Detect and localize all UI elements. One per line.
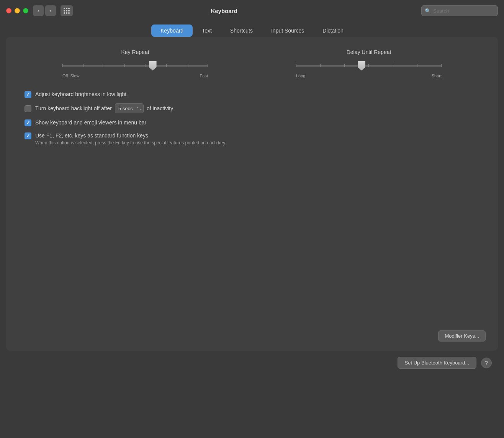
delay-repeat-short-label: Short — [432, 74, 442, 78]
delay-repeat-track-container[interactable] — [296, 60, 442, 71]
checkbox-backlight-wrapper: Turn keyboard backlight off after 5 secs… — [25, 103, 486, 113]
search-icon: 🔍 — [425, 8, 431, 14]
checkbox-function-keys[interactable]: ✓ — [25, 132, 31, 139]
key-repeat-fast-label: Fast — [200, 74, 208, 78]
checkbox-emoji-wrapper: ✓ Show keyboard and emoji viewers in men… — [25, 119, 146, 126]
bottom-bar: Set Up Bluetooth Keyboard... ? — [6, 357, 498, 369]
check-icon: ✓ — [26, 133, 30, 139]
window-title: Keyboard — [31, 8, 417, 14]
tick — [417, 64, 417, 67]
tab-dictation[interactable]: Dictation — [313, 25, 352, 37]
key-repeat-group: Key Repeat — [62, 49, 208, 78]
checkbox-row-backlight: Turn keyboard backlight off after 5 secs… — [25, 103, 486, 113]
checkbox-row-brightness: ✓ Adjust keyboard brightness in low ligh… — [25, 90, 486, 98]
backlight-select[interactable]: 5 secs 10 secs 30 secs 1 min 5 mins Neve… — [115, 103, 144, 113]
tick — [320, 64, 321, 67]
delay-repeat-long-label: Long — [296, 74, 305, 78]
settings-panel: Key Repeat — [6, 37, 498, 351]
tick — [344, 64, 345, 67]
tick — [296, 64, 296, 67]
check-icon: ✓ — [26, 120, 30, 126]
checkbox-brightness-label: Adjust keyboard brightness in low light — [35, 91, 126, 97]
tick — [187, 64, 187, 67]
checkbox-brightness[interactable]: ✓ — [25, 91, 31, 98]
main-content: Keyboard Text Shortcuts Input Sources Di… — [6, 21, 498, 369]
tick — [208, 64, 208, 67]
delay-repeat-group: Delay Until Repeat Long — [296, 49, 442, 78]
backlight-label-after: of inactivity — [147, 105, 173, 111]
checkbox-row-function-keys: ✓ Use F1, F2, etc. keys as standard func… — [25, 132, 486, 145]
tick — [104, 64, 104, 67]
tick — [166, 64, 167, 67]
checkbox-function-label: Use F1, F2, etc. keys as standard functi… — [35, 132, 148, 139]
backlight-select-row: Turn keyboard backlight off after 5 secs… — [35, 103, 173, 113]
tick — [83, 64, 83, 67]
modifier-keys-button[interactable]: Modifier Keys... — [438, 330, 486, 342]
maximize-button[interactable] — [23, 8, 28, 13]
key-repeat-label: Key Repeat — [121, 49, 149, 55]
key-repeat-track-container[interactable] — [62, 60, 208, 71]
key-repeat-thumb[interactable] — [149, 61, 157, 70]
search-box[interactable]: 🔍 — [421, 5, 498, 16]
backlight-select-container: 5 secs 10 secs 30 secs 1 min 5 mins Neve… — [115, 103, 144, 113]
key-repeat-slow-label: Slow — [70, 74, 79, 78]
tick — [62, 64, 63, 67]
checkbox-section: ✓ Adjust keyboard brightness in low ligh… — [18, 90, 486, 145]
search-input[interactable] — [433, 8, 494, 14]
checkbox-emoji[interactable]: ✓ — [25, 119, 31, 126]
check-icon: ✓ — [26, 92, 30, 97]
sliders-section: Key Repeat — [18, 49, 486, 78]
tick — [441, 64, 442, 67]
close-button[interactable] — [6, 8, 11, 13]
checkbox-backlight[interactable] — [25, 105, 31, 112]
checkbox-emoji-label: Show keyboard and emoji viewers in menu … — [35, 119, 146, 126]
checkbox-function-inner: ✓ Use F1, F2, etc. keys as standard func… — [25, 132, 226, 139]
checkbox-row-emoji: ✓ Show keyboard and emoji viewers in men… — [25, 119, 486, 126]
delay-repeat-ticks — [296, 64, 442, 67]
bluetooth-keyboard-button[interactable]: Set Up Bluetooth Keyboard... — [398, 357, 476, 369]
tab-shortcuts[interactable]: Shortcuts — [221, 25, 262, 37]
tab-input-sources[interactable]: Input Sources — [262, 25, 313, 37]
bottom-right: Modifier Keys... — [438, 330, 486, 342]
key-repeat-ends: Off Slow Fast — [62, 74, 208, 78]
delay-repeat-thumb[interactable] — [358, 61, 365, 70]
key-repeat-off-label: Off — [62, 74, 68, 78]
tick — [393, 64, 393, 67]
titlebar: ‹ › Keyboard 🔍 — [0, 0, 504, 21]
traffic-lights — [6, 8, 28, 13]
checkbox-brightness-wrapper: ✓ Adjust keyboard brightness in low ligh… — [25, 90, 126, 98]
tab-keyboard[interactable]: Keyboard — [151, 25, 193, 37]
tick — [146, 64, 146, 67]
checkbox-function-wrapper: ✓ Use F1, F2, etc. keys as standard func… — [25, 132, 226, 145]
key-repeat-ticks — [62, 64, 208, 67]
delay-repeat-ends: Long Short — [296, 74, 442, 78]
tick — [368, 64, 369, 67]
checkbox-function-sublabel: When this option is selected, press the … — [35, 140, 226, 145]
backlight-label-before: Turn keyboard backlight off after — [35, 105, 112, 111]
tab-text[interactable]: Text — [193, 25, 221, 37]
delay-repeat-label: Delay Until Repeat — [347, 49, 391, 55]
minimize-button[interactable] — [15, 8, 20, 13]
tick — [124, 64, 125, 67]
help-button[interactable]: ? — [481, 358, 492, 368]
tab-bar: Keyboard Text Shortcuts Input Sources Di… — [6, 25, 498, 37]
